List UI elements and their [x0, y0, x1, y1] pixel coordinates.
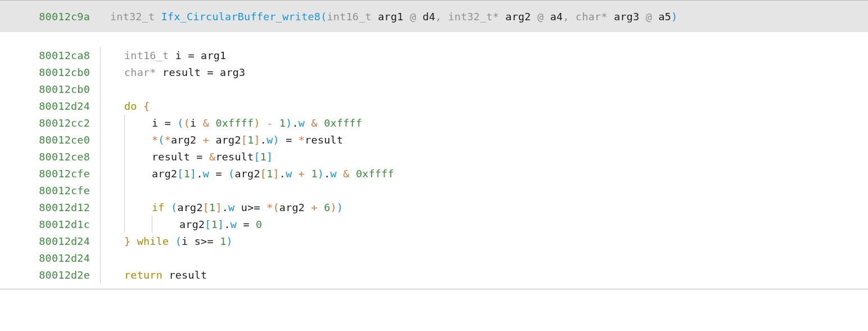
address: 80012d12 [0, 202, 100, 213]
code-line[interactable]: 80012d12 if (arg2[1].w u>= *(arg2 + 6)) [0, 199, 868, 216]
address: 80012d24 [0, 252, 100, 264]
address: 80012d2e [0, 269, 100, 281]
address: 80012cfe [0, 185, 100, 196]
address: 80012ce8 [0, 151, 100, 163]
address: 80012cc2 [0, 117, 100, 129]
address: 80012cfe [0, 168, 100, 180]
code-line[interactable]: 80012cc2 i = ((i & 0xffff) - 1).w & 0xff… [0, 114, 868, 131]
function-signature-line[interactable]: 80012c9a int32_t Ifx_CircularBuffer_writ… [0, 1, 868, 32]
code-line[interactable]: 80012d24 } while (i s>= 1) [0, 232, 868, 249]
code-line[interactable]: 80012ce8 result = &result[1] [0, 148, 868, 165]
code-line: 80012d24 [0, 249, 868, 266]
address: 80012d1c [0, 218, 100, 230]
code-line[interactable]: 80012ce0 *(*arg2 + arg2[1].w) = *result [0, 131, 868, 148]
code-line: 80012cfe [0, 182, 868, 199]
address: 80012ce0 [0, 134, 100, 146]
code-line[interactable]: 80012d2e return result [0, 266, 868, 283]
code-line[interactable]: 80012ca8 int16_t i = arg1 [0, 47, 868, 64]
address: 80012ca8 [0, 50, 100, 61]
code-line[interactable]: 80012d1c arg2[1].w = 0 [0, 216, 868, 232]
address: 80012d24 [0, 100, 100, 112]
address: 80012d24 [0, 235, 100, 247]
code-line[interactable]: 80012d24 do { [0, 97, 868, 114]
code-line: 80012cb0 [0, 80, 868, 97]
function-name[interactable]: Ifx_CircularBuffer_write8 [161, 11, 320, 23]
code-view: 80012c9a int32_t Ifx_CircularBuffer_writ… [0, 0, 868, 289]
code-line[interactable]: 80012cb0 char* result = arg3 [0, 64, 868, 80]
signature-code: int32_t Ifx_CircularBuffer_write8(int16_… [110, 11, 677, 23]
address: 80012cb0 [0, 83, 100, 95]
address: 80012cb0 [0, 66, 100, 78]
address: 80012c9a [0, 11, 100, 23]
code-line[interactable]: 80012cfe arg2[1].w = (arg2[1].w + 1).w &… [0, 165, 868, 182]
